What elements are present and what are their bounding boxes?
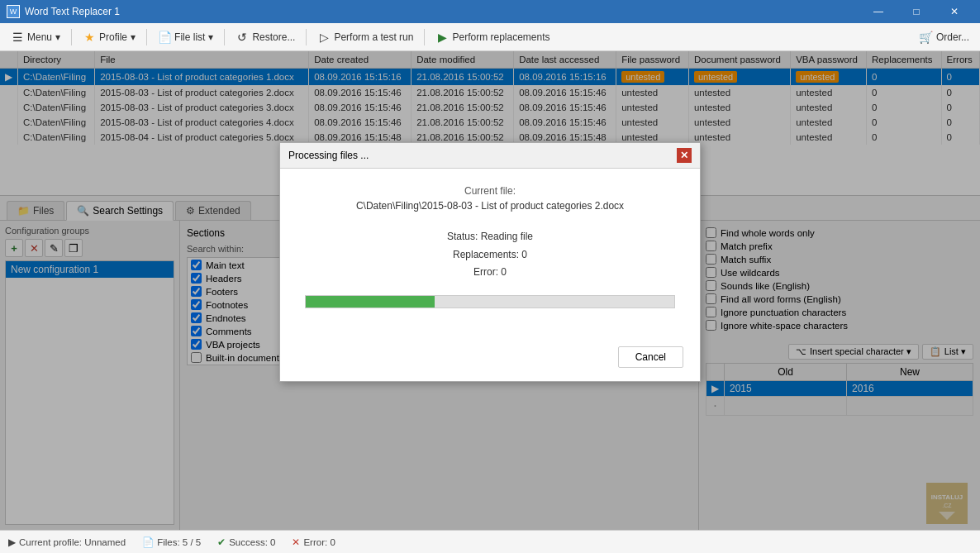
status-line: Status: Reading file	[305, 228, 675, 246]
menu-arrow: ▾	[55, 31, 60, 43]
menu-bar: ☰ Menu ▾ ★ Profile ▾ 📄 File list ▾ ↺ Res…	[0, 23, 980, 51]
separator-3	[224, 29, 225, 45]
test-run-button[interactable]: ▷ Perform a test run	[310, 26, 421, 48]
current-file-label: Current file:	[305, 185, 675, 197]
status-error: ✕ Error: 0	[292, 536, 335, 548]
progress-container	[305, 295, 675, 308]
window-controls: — □ ✕	[859, 0, 973, 23]
test-run-icon: ▷	[317, 31, 331, 44]
status-profile-text: Current profile: Unnamed	[19, 537, 126, 547]
status-bar: ▶ Current profile: Unnamed 📄 Files: 5 / …	[0, 530, 980, 553]
modal-status-text: Status: Reading file Replacements: 0 Err…	[305, 228, 675, 282]
order-button[interactable]: 🛒 Order...	[912, 26, 977, 48]
status-success-text: Success: 0	[229, 537, 275, 547]
cancel-button[interactable]: Cancel	[618, 346, 683, 368]
success-icon: ✔	[217, 536, 226, 548]
menu-button[interactable]: ☰ Menu ▾	[3, 26, 68, 48]
restore-icon: ↺	[235, 31, 249, 44]
processing-modal: Processing files ... ✕ Current file: C\D…	[279, 142, 701, 382]
modal-footer: Cancel	[280, 338, 700, 381]
modal-body: Current file: C\Daten\Filing\2015-08-03 …	[280, 169, 700, 338]
separator-5	[424, 29, 425, 45]
modal-title: Processing files ...	[288, 150, 369, 161]
replacements-line: Replacements: 0	[305, 246, 675, 265]
maximize-button[interactable]: □	[897, 0, 935, 23]
separator-1	[71, 29, 72, 45]
perform-replacements-button[interactable]: ▶ Perform replacements	[428, 26, 557, 48]
menu-icon: ☰	[11, 31, 24, 44]
status-profile: ▶ Current profile: Unnamed	[8, 536, 126, 548]
progress-bar-fill	[306, 296, 435, 307]
separator-4	[306, 29, 307, 45]
modal-title-bar: Processing files ... ✕	[280, 143, 700, 169]
profile-status-icon: ▶	[8, 536, 16, 548]
order-icon: 🛒	[920, 31, 933, 44]
status-error-text: Error: 0	[303, 537, 335, 547]
file-list-button[interactable]: 📄 File list ▾	[150, 26, 221, 48]
play-icon: ▶	[435, 31, 449, 44]
status-files-text: Files: 5 / 5	[157, 537, 201, 547]
minimize-button[interactable]: —	[859, 0, 897, 23]
app-icon: W	[7, 5, 20, 18]
star-icon: ★	[83, 31, 96, 44]
app-title: Word Text Replacer 1	[25, 6, 120, 17]
error-icon: ✕	[292, 536, 300, 548]
close-button[interactable]: ✕	[935, 0, 973, 23]
status-success: ✔ Success: 0	[217, 536, 275, 548]
profile-button[interactable]: ★ Profile ▾	[75, 26, 143, 48]
error-line: Error: 0	[305, 264, 675, 282]
files-status-icon: 📄	[142, 536, 154, 548]
restore-button[interactable]: ↺ Restore...	[228, 26, 302, 48]
modal-close-button[interactable]: ✕	[677, 148, 692, 163]
filelist-arrow: ▾	[208, 31, 213, 43]
file-icon: 📄	[158, 31, 171, 44]
title-bar: W Word Text Replacer 1 — □ ✕	[0, 0, 980, 23]
profile-arrow: ▾	[131, 31, 136, 43]
progress-bar-background	[305, 295, 675, 308]
separator-2	[146, 29, 147, 45]
modal-overlay: Processing files ... ✕ Current file: C\D…	[0, 51, 980, 530]
status-files: 📄 Files: 5 / 5	[142, 536, 201, 548]
current-file-path: C\Daten\Filing\2015-08-03 - List of prod…	[305, 200, 675, 212]
